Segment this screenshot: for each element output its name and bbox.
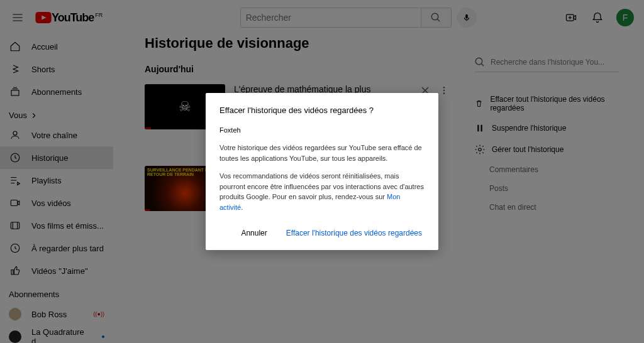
- dialog-buttons: Annuler Effacer l'historique des vidéos …: [219, 225, 425, 241]
- clear-history-dialog: Effacer l'historique des vidéos regardée…: [206, 93, 438, 250]
- dialog-text-1: Votre historique des vidéos regardées su…: [219, 143, 425, 163]
- cancel-button[interactable]: Annuler: [238, 225, 269, 241]
- confirm-clear-button[interactable]: Effacer l'historique des vidéos regardée…: [284, 225, 425, 241]
- dialog-username: Foxteh: [219, 126, 425, 134]
- modal-overlay[interactable]: Effacer l'historique des vidéos regardée…: [0, 0, 644, 343]
- dialog-text-2: Vos recommandations de vidéos seront réi…: [219, 171, 425, 212]
- dialog-title: Effacer l'historique des vidéos regardée…: [219, 106, 425, 115]
